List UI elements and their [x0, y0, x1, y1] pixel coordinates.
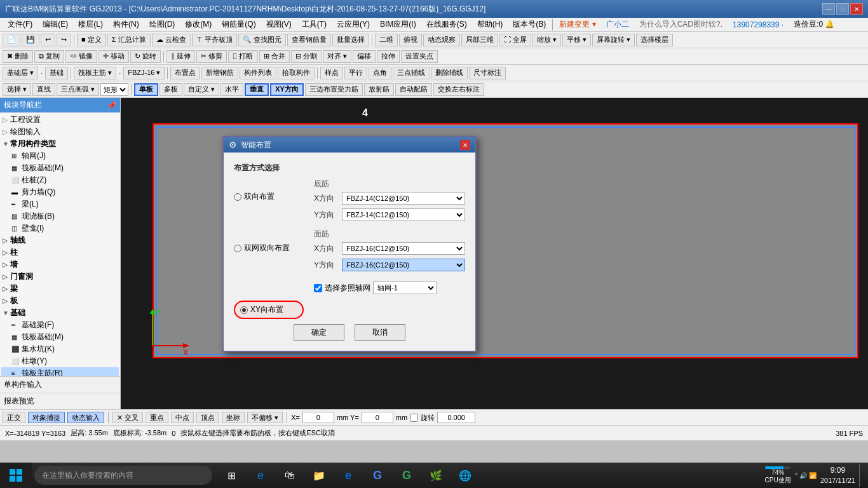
menu-price[interactable]: 造价豆:0 🔔: [789, 18, 839, 31]
btn-pick-component[interactable]: 拾取构件: [278, 67, 315, 79]
axis-net-select[interactable]: 轴网-1: [373, 281, 437, 294]
btn-find[interactable]: 🔍 查找图元: [238, 34, 286, 46]
btn-coord[interactable]: 坐标: [222, 412, 245, 423]
sidebar-item-common-types[interactable]: ▼常用构件类型: [1, 138, 119, 150]
menu-component[interactable]: 构件(N): [108, 18, 144, 31]
sidebar-item-raft-main-rebar[interactable]: ≡筏板主筋(R): [1, 367, 119, 376]
btn-object-snap[interactable]: 对象捕捉: [28, 412, 65, 423]
radio-xy-dir[interactable]: XY向布置: [234, 301, 304, 319]
taskbar-app-net[interactable]: 🌐: [451, 463, 479, 488]
btn-align-top[interactable]: ⊤ 平齐板顶: [192, 34, 237, 46]
menu-guangxiao2[interactable]: 广小二: [601, 18, 634, 31]
rotate-input[interactable]: [437, 412, 475, 423]
sidebar-item-beam[interactable]: ━梁(L): [1, 198, 119, 210]
btn-angle-point[interactable]: 点角: [369, 67, 391, 79]
menu-tools[interactable]: 工具(T): [297, 18, 332, 31]
taskbar-app-edge[interactable]: e: [247, 463, 275, 488]
btn-trim[interactable]: ✂ 修剪: [196, 50, 227, 63]
menu-phone[interactable]: 13907298339 ·: [728, 19, 789, 30]
sidebar-item-door-window[interactable]: ▷门窗洞: [1, 271, 119, 283]
shape-select[interactable]: 矩形: [100, 83, 128, 96]
btn-vertical[interactable]: 垂直: [245, 83, 269, 96]
menu-edit[interactable]: 编辑(E): [37, 18, 73, 31]
btn-sample-point[interactable]: 样点: [320, 67, 343, 79]
btn-new-rebar[interactable]: 新增钢筋: [201, 67, 238, 79]
sidebar-item-axis-net[interactable]: ⊞轴网(J): [1, 150, 119, 162]
btn-custom[interactable]: 自定义 ▾: [184, 83, 219, 96]
btn-auto-config[interactable]: 自动配筋: [395, 83, 432, 96]
sidebar-pin-icon[interactable]: 📌: [107, 101, 116, 110]
btn-no-offset[interactable]: 不偏移 ▾: [247, 412, 283, 423]
taskbar-app-ie[interactable]: e: [334, 463, 362, 488]
menu-new-change[interactable]: 新建变更 ▾: [554, 18, 600, 31]
btn-rebar-type[interactable]: 筏板主筋 ▾: [74, 67, 116, 79]
btn-line[interactable]: 直线: [32, 83, 55, 96]
dialog-confirm-button[interactable]: 确定: [294, 324, 344, 341]
btn-2d[interactable]: 二维: [375, 34, 398, 46]
sidebar-item-shear-wall[interactable]: ▬剪力墙(Q): [1, 186, 119, 198]
menu-online[interactable]: 在线服务(S): [421, 18, 472, 31]
btn-split[interactable]: ⊟ 分割: [291, 50, 322, 63]
btn-orthogonal[interactable]: 正交: [3, 412, 25, 423]
btn-dim[interactable]: 尺寸标注: [469, 67, 506, 79]
top-x-select[interactable]: FBZJ-16(C12@150): [342, 242, 465, 255]
dialog-close-button[interactable]: ✕: [460, 140, 470, 150]
btn-multi-slab[interactable]: 多板: [159, 83, 182, 96]
radio-dual-net[interactable]: 双网双向布置: [234, 243, 304, 254]
menu-floor[interactable]: 楼层(L): [73, 18, 108, 31]
rotate-checkbox[interactable]: [410, 414, 418, 422]
taskbar-show-desktop[interactable]: [859, 464, 863, 487]
btn-screen-rotate[interactable]: 屏幕旋转 ▾: [592, 34, 635, 46]
taskbar-app-store[interactable]: 🛍: [276, 463, 304, 488]
sidebar-bottom-report[interactable]: 报表预览: [0, 393, 120, 409]
sidebar-item-beam2[interactable]: ▷梁: [1, 283, 119, 295]
taskbar-app-g1[interactable]: G: [363, 463, 391, 488]
btn-undo[interactable]: ↩: [41, 34, 55, 46]
btn-delete[interactable]: ✖ 删除: [3, 50, 33, 63]
search-bar[interactable]: 在这里输入你要搜索的内容: [34, 466, 212, 485]
sidebar-item-slab[interactable]: ▷板: [1, 295, 119, 307]
taskbar-app-files[interactable]: 📁: [305, 463, 333, 488]
cad-canvas-area[interactable]: 4 Y X ⚙ 智能布: [121, 98, 868, 409]
btn-radial[interactable]: 放射筋: [364, 83, 394, 96]
sidebar-item-wall[interactable]: ▷墙: [1, 259, 119, 271]
sidebar-item-project-settings[interactable]: ▷工程设置: [1, 114, 119, 126]
dialog-title-bar[interactable]: ⚙ 智能布置 ✕: [224, 137, 475, 152]
close-button[interactable]: ✕: [850, 3, 863, 15]
btn-layer-base[interactable]: 基础: [45, 67, 68, 79]
sidebar-item-drawing-input[interactable]: ▷绘图输入: [1, 126, 119, 138]
btn-top-view[interactable]: 俯视: [399, 34, 422, 46]
btn-key-point[interactable]: 重点: [146, 412, 168, 423]
btn-select-floor[interactable]: 选择楼层: [636, 34, 673, 46]
btn-fullscreen[interactable]: ⛶ 全屏: [499, 34, 531, 46]
btn-three-side[interactable]: 三边布置受力筋: [305, 83, 363, 96]
btn-move[interactable]: ✛ 移动: [98, 50, 129, 63]
btn-dynamic[interactable]: 动态观察: [423, 34, 460, 46]
btn-vertex[interactable]: 顶点: [196, 412, 219, 423]
radio-bidirectional[interactable]: 双向布置: [234, 191, 304, 202]
top-y-select[interactable]: FBZJ-16(C12@150): [342, 259, 465, 271]
btn-dynamic-input[interactable]: 动态输入: [67, 412, 104, 423]
btn-break[interactable]: ⌷ 打断: [228, 50, 257, 63]
taskbar-app-task-view[interactable]: ⊞: [217, 463, 245, 488]
y-input[interactable]: [362, 412, 393, 423]
menu-cloud[interactable]: 云应用(Y): [332, 18, 375, 31]
sidebar-item-cast-slab[interactable]: ▧现浇板(B): [1, 210, 119, 222]
btn-merge[interactable]: ⊞ 合并: [259, 50, 290, 63]
menu-help[interactable]: 帮助(H): [472, 18, 508, 31]
sidebar-item-foundation-beam[interactable]: ━基础梁(F): [1, 319, 119, 331]
sidebar-item-foundation[interactable]: ▼基础: [1, 307, 119, 319]
btn-rebar-name[interactable]: FBZJ-16 ▾: [123, 67, 165, 79]
sidebar-item-column-pier[interactable]: ⬜柱墩(Y): [1, 355, 119, 367]
sidebar-bottom-input[interactable]: 单构件输入: [0, 376, 120, 393]
btn-del-aux[interactable]: 删除辅线: [431, 67, 468, 79]
btn-align[interactable]: 对齐 ▾: [323, 50, 351, 63]
taskbar-app-g2[interactable]: G: [393, 463, 421, 488]
btn-zoom[interactable]: 缩放 ▾: [532, 34, 561, 46]
x-input[interactable]: [302, 412, 334, 423]
sidebar-item-raft-base2[interactable]: ▦筏板基础(M): [1, 331, 119, 343]
btn-layout-point[interactable]: 布置点: [170, 67, 200, 79]
menu-view[interactable]: 视图(V): [261, 18, 297, 31]
dialog-cancel-button[interactable]: 取消: [355, 324, 405, 341]
btn-stretch[interactable]: 拉伸: [377, 50, 400, 63]
